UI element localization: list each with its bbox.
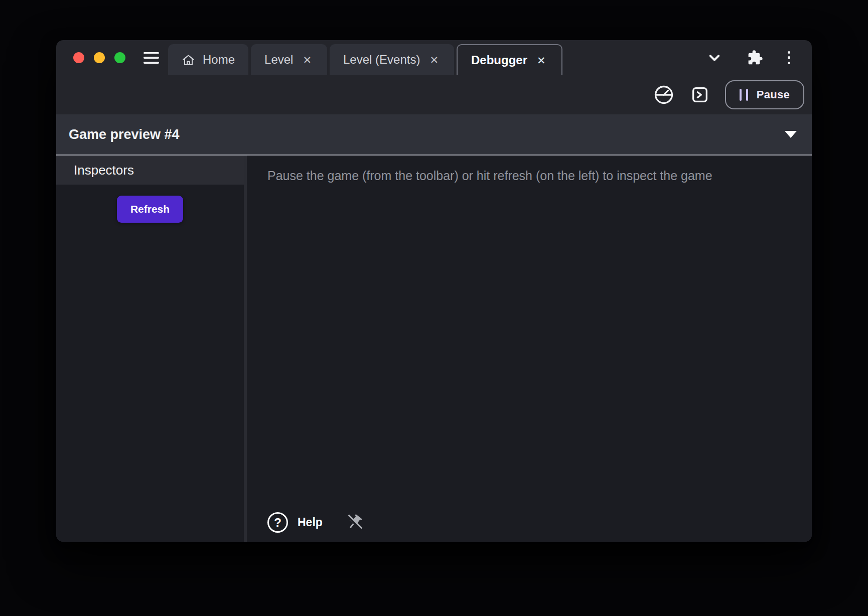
pause-button[interactable]: Pause: [725, 80, 804, 109]
extensions-puzzle-icon[interactable]: [747, 50, 763, 66]
tab-label: Level (Events): [343, 53, 420, 67]
pause-button-label: Pause: [757, 88, 790, 101]
pin-off-icon[interactable]: [344, 513, 364, 533]
debugger-content: Inspectors Refresh Pause the game (from …: [56, 156, 812, 542]
bottom-actions-row: ? Help: [267, 512, 802, 533]
tab-label: Level: [264, 53, 293, 67]
main-menu-icon[interactable]: [143, 52, 159, 64]
help-link[interactable]: ? Help: [267, 512, 323, 533]
tab-bar: Home Level ✕ Level (Events) ✕ Debugger ✕: [56, 40, 812, 75]
game-preview-title: Game preview #4: [69, 127, 180, 142]
help-question-icon: ?: [267, 512, 288, 533]
home-icon: [182, 53, 195, 67]
window-controls: [56, 52, 125, 63]
tabbar-right-actions: [705, 49, 812, 67]
dropdown-caret-icon[interactable]: [785, 131, 797, 138]
close-window-button[interactable]: [73, 52, 84, 63]
more-options-icon[interactable]: [787, 50, 792, 66]
inspectors-header: Inspectors: [56, 156, 244, 185]
close-tab-icon[interactable]: ✕: [535, 54, 548, 67]
tab-level[interactable]: Level ✕: [251, 44, 327, 75]
inspectors-sidebar: Inspectors Refresh: [56, 156, 244, 542]
inspectors-title: Inspectors: [74, 163, 134, 178]
inspector-main-panel: Pause the game (from the toolbar) or hit…: [247, 156, 812, 542]
close-tab-icon[interactable]: ✕: [427, 54, 441, 66]
minimize-window-button[interactable]: [94, 52, 105, 63]
help-glyph: ?: [274, 516, 281, 530]
app-window: Home Level ✕ Level (Events) ✕ Debugger ✕: [56, 40, 812, 542]
close-tab-icon[interactable]: ✕: [301, 54, 314, 66]
chevron-down-icon[interactable]: [705, 49, 724, 67]
pause-icon: [740, 89, 748, 101]
profiler-gauge-icon[interactable]: [653, 84, 675, 106]
tab-label: Home: [203, 53, 235, 67]
zoom-window-button[interactable]: [114, 52, 125, 63]
tab-home[interactable]: Home: [168, 44, 248, 75]
tab-debugger[interactable]: Debugger ✕: [457, 44, 562, 75]
game-preview-dropdown[interactable]: Game preview #4: [56, 114, 812, 155]
tab-level-events[interactable]: Level (Events) ✕: [330, 44, 454, 75]
refresh-button[interactable]: Refresh: [117, 196, 183, 223]
refresh-button-container: Refresh: [56, 196, 244, 223]
tab-label: Debugger: [471, 53, 527, 67]
editor-tabs: Home Level ✕ Level (Events) ✕ Debugger ✕: [168, 44, 562, 75]
screenshot-stage: Home Level ✕ Level (Events) ✕ Debugger ✕: [0, 0, 868, 616]
help-label: Help: [298, 516, 323, 529]
console-icon[interactable]: [690, 85, 710, 105]
pause-hint-message: Pause the game (from the toolbar) or hit…: [267, 168, 802, 184]
debugger-toolbar: Pause: [56, 75, 812, 114]
